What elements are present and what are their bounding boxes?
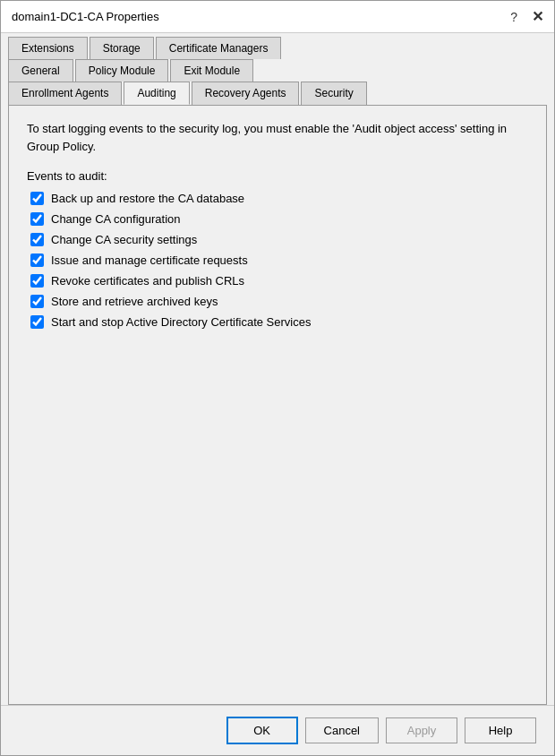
checkbox-change-ca-config[interactable] — [30, 212, 44, 226]
content-area: To start logging events to the security … — [8, 106, 547, 705]
checkbox-label-change-ca-security: Change CA security settings — [51, 233, 197, 246]
tab-container: Extensions Storage Certificate Managers … — [1, 33, 554, 106]
window-title: domain1-DC1-CA Properties — [12, 10, 159, 23]
tab-security[interactable]: Security — [301, 82, 366, 105]
checkbox-backup-restore[interactable] — [30, 192, 44, 205]
tab-enrollment-agents[interactable]: Enrollment Agents — [8, 82, 122, 105]
title-bar-controls: ? ✕ — [510, 8, 543, 25]
checkbox-label-issue-manage: Issue and manage certificate requests — [51, 253, 248, 267]
list-item: Change CA configuration — [30, 212, 528, 226]
list-item: Store and retrieve archived keys — [30, 295, 528, 308]
checkbox-list: Back up and restore the CA database Chan… — [30, 192, 528, 329]
tab-exit-module[interactable]: Exit Module — [170, 59, 253, 82]
tab-storage[interactable]: Storage — [90, 37, 154, 59]
help-icon[interactable]: ? — [510, 10, 517, 24]
tab-row-3: Enrollment Agents Auditing Recovery Agen… — [8, 82, 547, 105]
help-button[interactable]: Help — [465, 717, 536, 743]
tab-certificate-managers[interactable]: Certificate Managers — [156, 37, 282, 59]
checkbox-label-start-stop-adcs: Start and stop Active Directory Certific… — [51, 315, 311, 329]
checkbox-label-store-retrieve: Store and retrieve archived keys — [51, 295, 218, 308]
tab-recovery-agents[interactable]: Recovery Agents — [192, 82, 300, 105]
cancel-button[interactable]: Cancel — [305, 717, 379, 743]
events-label: Events to audit: — [27, 169, 528, 183]
checkbox-label-revoke-crl: Revoke certificates and publish CRLs — [51, 274, 244, 288]
list-item: Revoke certificates and publish CRLs — [30, 274, 528, 288]
list-item: Issue and manage certificate requests — [30, 253, 528, 267]
list-item: Back up and restore the CA database — [30, 192, 528, 205]
tab-policy-module[interactable]: Policy Module — [75, 59, 169, 82]
apply-button[interactable]: Apply — [386, 717, 457, 743]
ok-button[interactable]: OK — [226, 717, 298, 744]
footer: OK Cancel Apply Help — [1, 705, 554, 755]
tab-general[interactable]: General — [8, 59, 73, 82]
list-item: Change CA security settings — [30, 233, 528, 246]
checkbox-change-ca-security[interactable] — [30, 233, 44, 246]
tab-auditing[interactable]: Auditing — [124, 82, 189, 105]
tab-row-1: Extensions Storage Certificate Managers — [8, 37, 547, 59]
checkbox-start-stop-adcs[interactable] — [30, 315, 44, 329]
checkbox-revoke-crl[interactable] — [30, 274, 44, 288]
checkbox-store-retrieve[interactable] — [30, 295, 44, 308]
tab-rows-wrapper: Extensions Storage Certificate Managers … — [8, 37, 547, 106]
tab-extensions[interactable]: Extensions — [8, 37, 88, 59]
tab-row-2: General Policy Module Exit Module — [8, 59, 547, 82]
list-item: Start and stop Active Directory Certific… — [30, 315, 528, 329]
description-text: To start logging events to the security … — [27, 120, 528, 155]
title-bar: domain1-DC1-CA Properties ? ✕ — [1, 1, 554, 33]
checkbox-label-change-ca-config: Change CA configuration — [51, 212, 181, 226]
checkbox-issue-manage[interactable] — [30, 253, 44, 267]
main-window: domain1-DC1-CA Properties ? ✕ Extensions… — [0, 0, 555, 756]
checkbox-label-backup-restore: Back up and restore the CA database — [51, 192, 244, 205]
close-icon[interactable]: ✕ — [532, 8, 543, 25]
